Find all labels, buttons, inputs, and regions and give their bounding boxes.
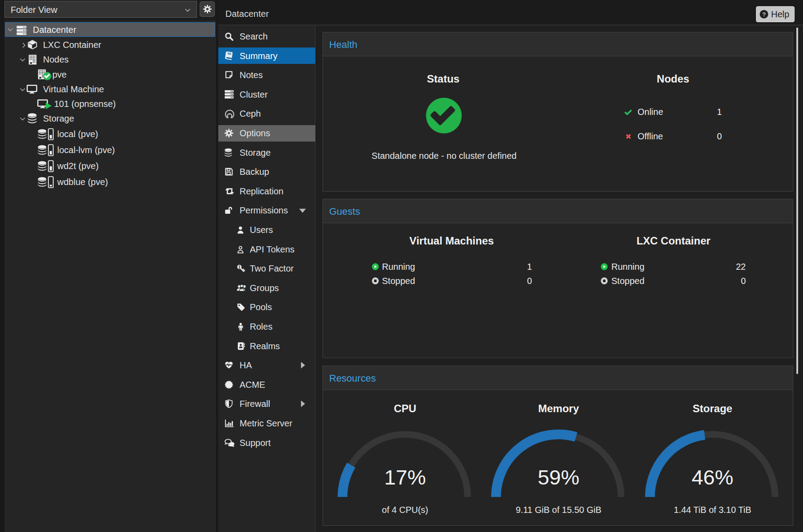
svg-text:?: ? [762,11,766,18]
